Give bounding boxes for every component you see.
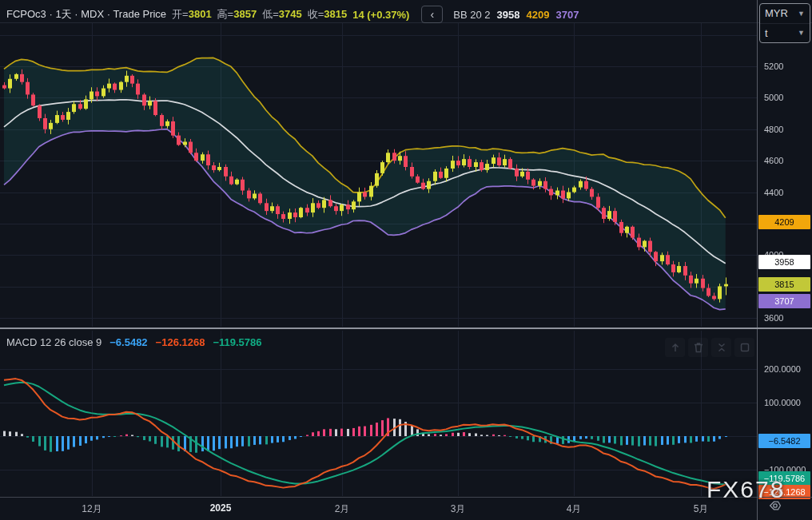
change-value: 14 (+0.37%): [352, 9, 409, 21]
price-tick-label: 3600: [758, 312, 812, 324]
open-label: 开=: [172, 8, 189, 20]
time-tick-label: 2月: [335, 502, 350, 516]
macd-title[interactable]: MACD 12 26 close 9: [6, 336, 102, 348]
price-tick-label: 4800: [758, 124, 812, 135]
collapse-icon: [715, 341, 728, 354]
price-axis-badge: 4209: [758, 215, 810, 229]
macd-pane-controls: [665, 338, 754, 357]
time-axis-separator: [0, 497, 812, 498]
price-axis-badge: 3958: [758, 255, 810, 269]
bb-basis-value: 3958: [497, 9, 520, 21]
bb-title: BB 20 2: [453, 9, 490, 21]
symbol-title[interactable]: FCPOc3 · 1天 · MDX · Trade Price: [6, 7, 166, 22]
delete-pane-button[interactable]: [688, 338, 708, 357]
currency-select[interactable]: MYR ▼: [760, 4, 810, 23]
axis-unit-selector: MYR ▼ t ▼: [759, 3, 810, 43]
high-label: 高=: [217, 8, 234, 20]
bb-upper-value: 4209: [527, 9, 550, 21]
bb-indicator-legend[interactable]: BB 20 2 3958 4209 3707: [453, 9, 579, 21]
collapse-pane-button[interactable]: [711, 338, 731, 357]
macd-pane-legend: MACD 12 26 close 9 −6.5482 −126.1268 −11…: [6, 336, 262, 348]
maximize-icon: [738, 341, 751, 354]
macd-hist-value: −6.5482: [109, 336, 147, 348]
unit-select[interactable]: t ▼: [760, 23, 810, 43]
open-value: 3801: [189, 8, 212, 20]
time-tick-label: 3月: [451, 502, 466, 516]
price-axis[interactable]: 5200500048004600440040003600200.0000100.…: [758, 0, 812, 497]
price-tick-label: 4600: [758, 155, 812, 166]
price-axis-badge: 3815: [758, 277, 810, 292]
price-pane-legend: FCPOc3 · 1天 · MDX · Trade Price 开=3801 高…: [6, 6, 579, 22]
trash-icon: [692, 341, 705, 354]
chart-canvas[interactable]: [0, 0, 812, 520]
chevron-left-icon: ‹: [431, 8, 435, 21]
close-value: 3815: [324, 8, 347, 20]
chart-window: FCPOc3 · 1天 · MDX · Trade Price 开=3801 高…: [0, 0, 812, 520]
time-tick-label: 5月: [694, 502, 709, 516]
unit-value: t: [765, 27, 768, 39]
fx678-watermark: FX678: [707, 476, 785, 503]
macd-axis-badge: −6.5482: [758, 434, 810, 448]
close-label: 收=: [308, 8, 324, 20]
low-value: 3745: [279, 8, 302, 20]
macd-signal-value: −119.5786: [213, 336, 261, 348]
collapse-legend-button[interactable]: ‹: [421, 6, 443, 23]
time-tick-label: 12月: [82, 502, 102, 516]
price-tick-label: 4400: [758, 187, 812, 198]
price-tick-label: 5000: [758, 92, 812, 103]
bb-lower-value: 3707: [555, 9, 579, 21]
header-separator: [0, 22, 812, 23]
arrow-up-icon: [669, 341, 682, 354]
price-tick-label: 5200: [758, 61, 812, 72]
currency-value: MYR: [765, 7, 788, 19]
pane-separator[interactable]: [0, 327, 812, 329]
chevron-down-icon: ▼: [798, 29, 805, 37]
low-label: 低=: [262, 8, 279, 20]
macd-tick-label: 200.0000: [758, 363, 812, 375]
chevron-down-icon: ▼: [798, 10, 805, 18]
maximize-pane-button[interactable]: [734, 338, 754, 357]
time-tick-label: 2025: [210, 502, 232, 514]
macd-line-value: −126.1268: [156, 336, 205, 348]
high-value: 3857: [233, 8, 257, 20]
time-tick-label: 4月: [567, 502, 582, 516]
price-axis-border: [757, 0, 758, 520]
price-axis-badge: 3707: [758, 294, 810, 308]
move-pane-up-button[interactable]: [665, 338, 685, 357]
time-axis[interactable]: 12月20252月3月4月5月: [0, 497, 812, 520]
macd-tick-label: 100.0000: [758, 397, 812, 408]
